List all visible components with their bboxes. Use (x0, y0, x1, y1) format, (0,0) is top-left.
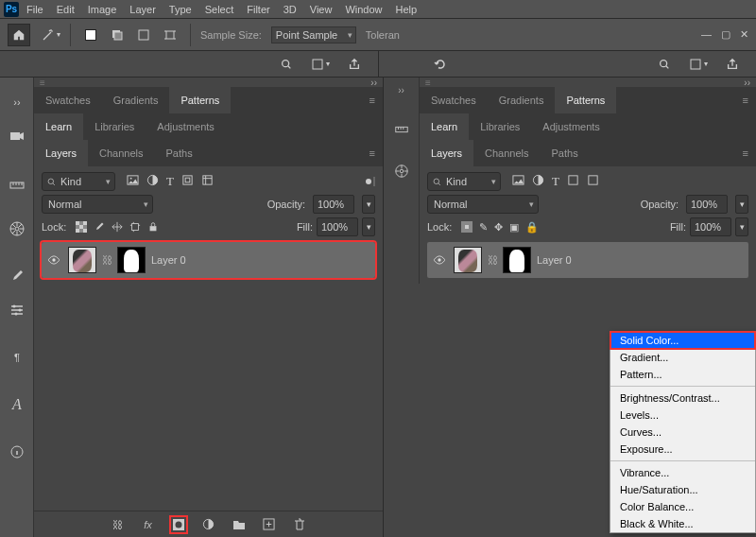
fill-field[interactable]: 100% (317, 217, 358, 236)
menu-file[interactable]: File (21, 2, 49, 17)
search-icon-right[interactable] (654, 54, 675, 75)
swatch-fg-bg-icon[interactable] (80, 25, 101, 45)
lock-transparent-icon[interactable] (461, 221, 472, 234)
group-icon[interactable] (232, 517, 247, 532)
ctx-brightness-contrast[interactable]: Brightness/Contrast... (610, 390, 755, 407)
menu-filter[interactable]: Filter (241, 2, 275, 17)
tab-swatches[interactable]: Swatches (34, 87, 102, 113)
ruler-icon[interactable] (394, 122, 409, 137)
mask-link-icon[interactable]: ⛓ (102, 254, 112, 266)
ruler-icon[interactable] (0, 168, 34, 202)
tab-adjustments[interactable]: Adjustments (146, 113, 226, 140)
wheel-icon[interactable] (0, 212, 34, 246)
filter-smartobj-icon[interactable] (587, 174, 599, 189)
tab-libraries[interactable]: Libraries (83, 113, 146, 140)
tab-layers[interactable]: Layers (420, 140, 473, 166)
tab-patterns[interactable]: Patterns (555, 87, 616, 113)
layers-stack-icon[interactable] (107, 25, 128, 45)
wand-tool-icon[interactable]: ▾ (40, 25, 60, 45)
tab-learn[interactable]: Learn (34, 113, 83, 140)
blend-mode-dropdown[interactable]: Normal (42, 195, 153, 214)
filter-adjust-icon[interactable] (532, 174, 544, 189)
ctx-curves[interactable]: Curves... (610, 424, 755, 441)
glyphs-icon[interactable]: A (0, 388, 34, 422)
minimize-button[interactable]: — (701, 28, 712, 41)
layer-name[interactable]: Layer 0 (537, 254, 572, 266)
sliders-icon[interactable] (0, 293, 34, 327)
ctx-exposure[interactable]: Exposure... (610, 441, 755, 458)
menu-view[interactable]: View (304, 2, 338, 17)
filter-toggle[interactable] (366, 177, 375, 186)
kind-filter-dropdown[interactable]: Kind (42, 172, 115, 191)
tab-libraries[interactable]: Libraries (469, 113, 531, 140)
visibility-toggle-icon[interactable] (431, 255, 448, 265)
filter-smartobj-icon[interactable] (201, 174, 214, 189)
menu-3d[interactable]: 3D (278, 2, 302, 17)
tab-learn[interactable]: Learn (420, 113, 469, 140)
ctx-hue-saturation[interactable]: Hue/Saturation... (610, 481, 755, 498)
tab-gradients[interactable]: Gradients (102, 87, 170, 113)
layer-row[interactable]: ⛓ Layer 0 (427, 242, 748, 278)
blend-mode-dropdown[interactable]: Normal (427, 195, 539, 214)
filter-shape-icon[interactable] (181, 174, 194, 189)
layer-mask-thumbnail[interactable] (117, 247, 146, 273)
filter-image-icon[interactable] (127, 174, 139, 189)
lock-artboard-icon[interactable]: ▣ (509, 221, 519, 234)
tab-channels[interactable]: Channels (473, 140, 540, 166)
fill-adjust-icon[interactable] (201, 517, 216, 532)
ctx-black-white[interactable]: Black & White... (610, 515, 755, 532)
ctx-gradient[interactable]: Gradient... (610, 349, 755, 366)
tab-paths[interactable]: Paths (155, 140, 204, 166)
collapse-chevrons-icon[interactable]: ›› (0, 85, 34, 119)
menu-help[interactable]: Help (390, 2, 423, 17)
share-icon[interactable] (344, 54, 365, 75)
home-button[interactable] (8, 24, 30, 46)
lock-all-icon[interactable]: 🔒 (525, 221, 539, 234)
lock-position-icon[interactable] (112, 221, 123, 233)
ctx-vibrance[interactable]: Vibrance... (610, 464, 755, 481)
video-icon[interactable] (0, 119, 34, 153)
link-layers-icon[interactable]: ⛓ (111, 517, 126, 532)
fill-stepper[interactable]: ▾ (362, 217, 375, 236)
undo-icon[interactable] (430, 54, 451, 75)
ctx-color-balance[interactable]: Color Balance... (610, 498, 755, 515)
workspace-dropdown-right-icon[interactable]: ▾ (688, 54, 709, 75)
kind-filter-dropdown[interactable]: Kind (427, 172, 501, 191)
tab-paths[interactable]: Paths (541, 140, 590, 166)
menu-window[interactable]: Window (339, 2, 387, 17)
layer-thumbnail[interactable] (454, 247, 482, 273)
fill-field[interactable]: 100% (690, 217, 731, 236)
tab-gradients[interactable]: Gradients (488, 87, 556, 113)
panel-menu-icon[interactable]: ≡ (735, 147, 756, 159)
collapse-right-icon[interactable]: ›› (744, 78, 750, 88)
lock-pixels-icon[interactable]: ✎ (479, 221, 488, 234)
menu-edit[interactable]: Edit (51, 2, 80, 17)
paragraph-icon[interactable]: ¶ (0, 340, 34, 374)
collapse-chevrons-icon[interactable]: ›› (398, 85, 404, 95)
menu-select[interactable]: Select (199, 2, 240, 17)
ctx-pattern[interactable]: Pattern... (610, 366, 755, 383)
collapse-right-icon[interactable]: ›› (370, 78, 377, 88)
tab-layers[interactable]: Layers (34, 140, 88, 166)
lock-all-icon[interactable] (147, 221, 159, 233)
brush-icon[interactable] (0, 259, 34, 293)
close-button[interactable]: ✕ (740, 28, 748, 41)
fx-icon[interactable]: fx (141, 517, 156, 532)
opacity-field[interactable]: 100% (313, 195, 354, 214)
share-icon-right[interactable] (722, 54, 743, 75)
lock-transparent-icon[interactable] (76, 221, 87, 233)
lock-artboard-icon[interactable] (129, 221, 141, 233)
artboard-icon[interactable] (160, 25, 180, 45)
wheel-icon[interactable] (394, 164, 409, 179)
new-layer-icon[interactable] (262, 517, 277, 532)
menu-layer[interactable]: Layer (124, 2, 162, 17)
maximize-button[interactable]: ▢ (721, 28, 730, 41)
lock-pixels-icon[interactable] (94, 221, 105, 233)
layer-thumbnail[interactable] (68, 247, 96, 273)
lock-position-icon[interactable]: ✥ (494, 221, 503, 234)
filter-type-icon[interactable]: T (552, 174, 559, 189)
opacity-stepper[interactable]: ▾ (362, 195, 375, 214)
trash-icon[interactable] (292, 517, 307, 532)
crop-square-icon[interactable] (133, 25, 154, 45)
layer-row-selected[interactable]: ⛓ Layer 0 (42, 242, 375, 278)
